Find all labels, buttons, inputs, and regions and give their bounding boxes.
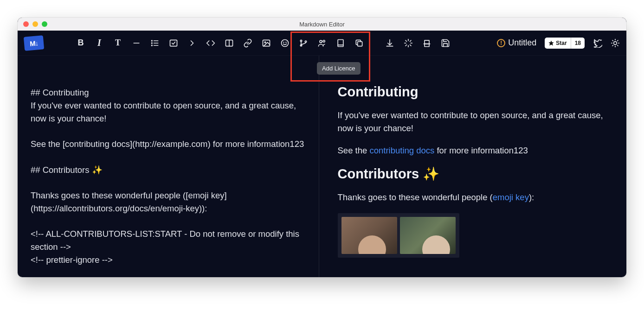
star-icon <box>548 40 554 46</box>
svg-line-38 <box>618 45 618 45</box>
svg-point-5 <box>152 43 153 44</box>
image-button[interactable] <box>262 38 271 48</box>
tooltip: Add Licence <box>317 62 361 75</box>
preview-thanks: Thanks goes to these wonderful people (e… <box>338 191 613 204</box>
emoji-button[interactable] <box>280 38 290 48</box>
toolbar-right: ! Untitled Star 18 <box>497 38 620 49</box>
theme-toggle-button[interactable] <box>611 38 620 48</box>
emoji-key-link[interactable]: emoji key <box>493 192 529 202</box>
titlebar: Markdown Editor <box>18 18 626 31</box>
svg-line-42 <box>618 40 618 41</box>
toolbar: M↓ B I T ! Untitled Star <box>18 31 626 56</box>
link-button[interactable] <box>243 38 252 48</box>
twitter-button[interactable] <box>593 38 602 48</box>
svg-rect-20 <box>338 39 343 46</box>
svg-point-18 <box>320 40 322 43</box>
contributors-button[interactable] <box>317 38 327 48</box>
window-controls <box>18 21 47 27</box>
svg-line-37 <box>612 40 613 41</box>
window-title: Markdown Editor <box>18 21 626 28</box>
svg-point-34 <box>614 41 617 44</box>
svg-point-6 <box>152 45 153 46</box>
svg-line-30 <box>406 44 406 45</box>
close-window-button[interactable] <box>23 21 29 27</box>
svg-marker-33 <box>549 41 554 45</box>
quote-button[interactable] <box>187 38 197 48</box>
preview-pane: Contributing If you've ever wanted to co… <box>319 56 627 277</box>
svg-line-31 <box>410 40 411 41</box>
svg-line-26 <box>406 40 406 41</box>
svg-point-13 <box>283 42 284 42</box>
svg-point-4 <box>152 40 153 41</box>
italic-button[interactable]: I <box>95 38 104 48</box>
bold-button[interactable]: B <box>76 38 85 48</box>
hr-button[interactable] <box>132 38 141 48</box>
preview-see-docs: See the contributing docs for more infor… <box>338 144 613 157</box>
svg-point-11 <box>264 42 266 43</box>
logo-arrow: ↓ <box>35 39 38 47</box>
svg-line-41 <box>612 45 613 45</box>
markdown-source-pane[interactable]: ## Contributing If you've ever wanted to… <box>18 56 319 277</box>
preview-intro: If you've ever wanted to contribute to o… <box>338 109 613 135</box>
star-count: 18 <box>571 38 585 49</box>
svg-rect-22 <box>358 41 362 46</box>
licence-button[interactable] <box>336 38 345 48</box>
copy-button[interactable] <box>354 38 364 48</box>
heading-button[interactable]: T <box>113 38 122 48</box>
file-name: Untitled <box>508 38 536 48</box>
save-button[interactable] <box>441 38 450 48</box>
print-button[interactable] <box>422 38 431 48</box>
svg-rect-7 <box>170 40 177 46</box>
contributor-avatar[interactable] <box>400 217 456 254</box>
svg-rect-32 <box>425 44 429 46</box>
contributing-docs-link[interactable]: contributing docs <box>369 146 434 155</box>
editor-panes: ## Contributing If you've ever wanted to… <box>18 56 626 277</box>
preview-h2-contributing: Contributing <box>338 84 613 100</box>
github-star-button[interactable]: Star 18 <box>545 38 585 49</box>
minimize-window-button[interactable] <box>32 21 38 27</box>
columns-button[interactable] <box>225 38 234 48</box>
app-window: Markdown Editor M↓ B I T ! Untitled <box>18 18 626 277</box>
contributor-avatar[interactable] <box>341 217 397 254</box>
download-button[interactable] <box>385 38 394 48</box>
list-button[interactable] <box>150 38 160 48</box>
git-branch-button[interactable] <box>299 38 308 48</box>
svg-point-14 <box>286 42 286 42</box>
code-button[interactable] <box>206 38 215 48</box>
preview-h2-contributors: Contributors ✨ <box>338 166 613 182</box>
app-logo[interactable]: M↓ <box>24 35 44 51</box>
svg-line-27 <box>410 44 411 45</box>
maximize-window-button[interactable] <box>42 21 47 27</box>
contributors-grid <box>338 213 459 258</box>
checklist-button[interactable] <box>169 38 178 48</box>
svg-point-12 <box>282 39 289 46</box>
svg-point-19 <box>323 40 325 42</box>
unsaved-icon: ! <box>497 39 505 47</box>
loading-icon[interactable] <box>404 38 413 48</box>
file-name-label[interactable]: ! Untitled <box>497 38 536 48</box>
